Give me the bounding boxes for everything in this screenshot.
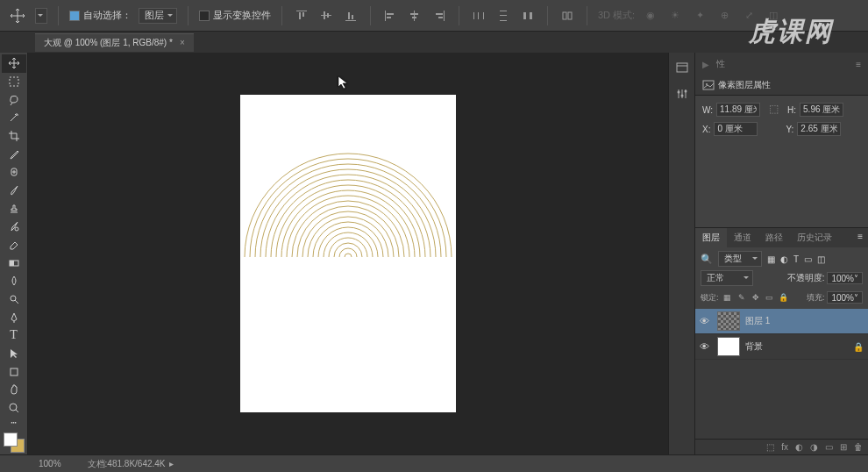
tab-history[interactable]: 历史记录 [790,228,839,247]
stamp-tool[interactable] [2,199,26,218]
close-tab-icon[interactable]: × [180,38,185,47]
hand-tool[interactable] [2,381,26,399]
artwork-arcs [240,149,456,263]
auto-align-icon[interactable] [559,8,576,24]
lock-artboard-icon[interactable]: ▭ [765,293,775,302]
color-swatches[interactable] [4,433,25,453]
toolbox: T ⋯ [0,53,28,454]
prop-x-label: X: [702,125,710,134]
fx-icon[interactable]: fx [781,442,788,452]
healing-tool[interactable] [2,163,26,182]
layer-thumb[interactable] [717,311,740,331]
lock-position-icon[interactable]: ✥ [751,293,761,302]
panel-menu-icon[interactable]: ≡ [856,60,861,69]
distribute-h-icon[interactable] [470,8,487,24]
dodge-tool[interactable] [2,290,26,309]
dock-history-icon[interactable] [672,58,692,77]
prop-y-input[interactable] [797,122,841,136]
auto-select-dropdown[interactable]: 图层 [139,8,177,24]
search-icon[interactable]: 🔍 [701,254,713,265]
move-tool[interactable] [2,54,26,73]
zoom-tool[interactable] [2,399,26,418]
svg-rect-11 [387,17,391,18]
status-bar: 100% 文档:481.8K/642.4K ▸ [0,454,868,472]
mask-icon[interactable]: ◐ [795,442,803,452]
filter-pixel-icon[interactable]: ▦ [767,254,775,264]
link-wh-icon[interactable]: ⬚ [769,103,779,117]
blend-mode-value: 正常 [707,272,724,284]
align-top-icon[interactable] [293,8,310,24]
blur-tool[interactable] [2,272,26,290]
lasso-tool[interactable] [2,90,26,109]
layers-empty-area[interactable] [695,360,868,439]
layer-thumb[interactable] [717,337,740,356]
panel-tab-strip-top: ▶ 性 ≡ [695,53,868,75]
divider [587,6,587,25]
layer-item[interactable]: 👁 图层 1 [695,309,868,334]
prop-w-input[interactable] [716,103,760,117]
filter-shape-icon[interactable]: ▭ [804,254,812,264]
visibility-icon[interactable]: 👁 [700,316,712,326]
fill-input[interactable]: 100% ˅ [827,291,863,304]
shape-tool[interactable] [2,362,26,381]
dock-adjustments-icon[interactable] [672,84,692,104]
prop-x-input[interactable] [714,122,758,136]
lock-paint-icon[interactable]: ✎ [736,293,747,302]
type-tool[interactable]: T [2,326,26,345]
lock-pixels-icon[interactable]: ▦ [722,293,733,302]
crop-tool[interactable] [2,127,26,146]
move-tool-preset[interactable] [35,8,47,24]
doc-info-arrow-icon[interactable]: ▸ [169,459,174,468]
tab-layers[interactable]: 图层 [695,228,727,247]
wand-tool[interactable] [2,109,26,127]
filter-smart-icon[interactable]: ◫ [817,254,825,264]
distribute-v-icon[interactable] [494,8,512,24]
layers-panel-menu-icon[interactable]: ≡ [852,228,868,247]
align-vcenter-icon[interactable] [317,8,335,24]
tab-color-icon[interactable]: ▶ [702,60,709,69]
toolbox-more-icon[interactable]: ⋯ [2,417,26,427]
blend-mode-dropdown[interactable]: 正常 [701,270,753,286]
opacity-input[interactable]: 100% ˅ [827,272,863,284]
align-left-icon[interactable] [381,8,399,24]
prop-h-input[interactable] [800,103,843,117]
group-icon[interactable]: ▭ [825,442,833,452]
zoom-level[interactable]: 100% [39,459,61,468]
canvas-area[interactable] [28,53,668,454]
align-right-icon[interactable] [430,8,448,24]
doc-info[interactable]: 文档:481.8K/642.4K [88,458,166,470]
tab-paths[interactable]: 路径 [758,228,790,247]
link-layers-icon[interactable]: ⬚ [766,442,774,452]
distribute-spacing-icon[interactable] [519,8,537,24]
svg-rect-19 [478,12,479,19]
history-brush-tool[interactable] [2,218,26,236]
tab-channels[interactable]: 通道 [727,228,758,247]
eraser-tool[interactable] [2,236,26,254]
visibility-icon[interactable]: 👁 [700,341,712,352]
adjustment-icon[interactable]: ◑ [810,442,818,452]
new-layer-icon[interactable]: ⊞ [840,442,847,452]
path-select-tool[interactable] [2,345,26,363]
panel-dock-collapsed [668,53,694,454]
align-bottom-icon[interactable] [342,8,359,24]
align-hcenter-icon[interactable] [406,8,423,24]
svg-rect-20 [483,12,484,19]
svg-rect-10 [387,13,394,15]
layer-item[interactable]: 👁 背景 🔒 [695,334,868,360]
eyedropper-tool[interactable] [2,145,26,163]
gradient-tool[interactable] [2,254,26,272]
filter-type-t-icon[interactable]: T [793,254,799,264]
auto-select-checkbox[interactable]: 自动选择： [69,9,132,22]
lock-all-icon[interactable]: 🔒 [779,293,789,302]
trash-icon[interactable]: 🗑 [854,442,863,452]
filter-type-dropdown[interactable]: 类型 [718,251,762,267]
tab-properties-title[interactable]: 性 [716,58,725,70]
marquee-tool[interactable] [2,73,26,91]
brush-tool[interactable] [2,182,26,200]
foreground-swatch[interactable] [4,433,18,447]
document-tab[interactable]: 大观 @ 100% (图层 1, RGB/8#) * × [35,33,194,52]
svg-rect-5 [327,13,329,18]
pen-tool[interactable] [2,308,26,326]
show-transform-checkbox[interactable]: 显示变换控件 [199,9,271,22]
filter-adjust-icon[interactable]: ◐ [780,254,788,264]
